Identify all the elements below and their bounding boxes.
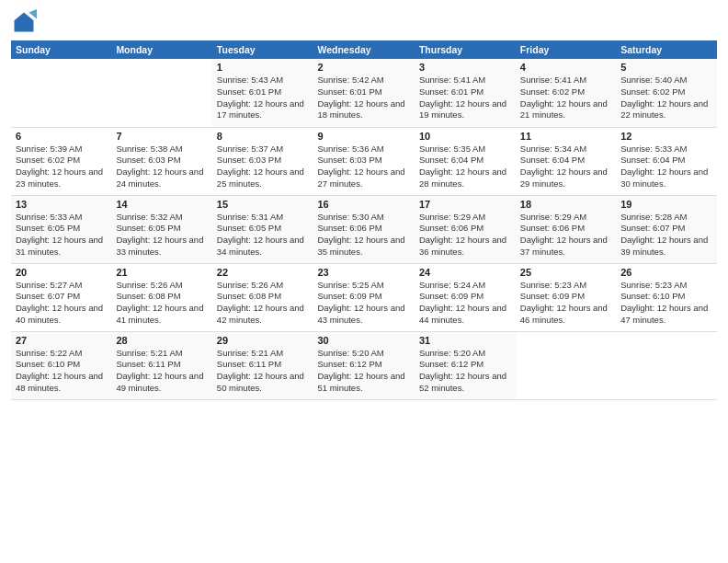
calendar-cell: 13 Sunrise: 5:33 AMSunset: 6:05 PMDaylig…: [11, 195, 111, 263]
calendar-cell: [11, 59, 111, 127]
calendar-cell: 11 Sunrise: 5:34 AMSunset: 6:04 PMDaylig…: [516, 127, 616, 195]
day-info: Sunrise: 5:39 AMSunset: 6:02 PMDaylight:…: [16, 144, 103, 189]
day-number: 25: [520, 267, 611, 278]
day-number: 23: [317, 267, 410, 278]
svg-marker-0: [15, 13, 34, 32]
day-info: Sunrise: 5:31 AMSunset: 6:05 PMDaylight:…: [217, 212, 304, 257]
day-info: Sunrise: 5:32 AMSunset: 6:05 PMDaylight:…: [116, 212, 203, 257]
calendar-week-row: 27 Sunrise: 5:22 AMSunset: 6:10 PMDaylig…: [11, 331, 717, 399]
calendar-cell: 8 Sunrise: 5:37 AMSunset: 6:03 PMDayligh…: [212, 127, 313, 195]
calendar-cell: 26 Sunrise: 5:23 AMSunset: 6:10 PMDaylig…: [616, 263, 717, 331]
day-info: Sunrise: 5:23 AMSunset: 6:09 PMDaylight:…: [520, 280, 608, 325]
col-sunday: Sunday: [11, 40, 111, 59]
day-number: 28: [116, 335, 207, 346]
calendar-table: Sunday Monday Tuesday Wednesday Thursday…: [11, 40, 717, 400]
day-info: Sunrise: 5:21 AMSunset: 6:11 PMDaylight:…: [217, 348, 304, 393]
day-info: Sunrise: 5:22 AMSunset: 6:10 PMDaylight:…: [16, 348, 103, 393]
day-number: 16: [317, 199, 410, 210]
calendar-cell: 6 Sunrise: 5:39 AMSunset: 6:02 PMDayligh…: [11, 127, 111, 195]
col-wednesday: Wednesday: [313, 40, 415, 59]
calendar-cell: 19 Sunrise: 5:28 AMSunset: 6:07 PMDaylig…: [616, 195, 717, 263]
day-number: 17: [419, 199, 511, 210]
calendar-cell: 18 Sunrise: 5:29 AMSunset: 6:06 PMDaylig…: [516, 195, 616, 263]
day-number: 13: [16, 199, 107, 210]
day-number: 3: [419, 62, 511, 73]
calendar-week-row: 6 Sunrise: 5:39 AMSunset: 6:02 PMDayligh…: [11, 127, 717, 195]
day-number: 5: [620, 62, 712, 73]
day-number: 24: [419, 267, 511, 278]
day-info: Sunrise: 5:29 AMSunset: 6:06 PMDaylight:…: [520, 212, 608, 257]
calendar-cell: [616, 331, 717, 399]
day-number: 30: [317, 335, 410, 346]
day-info: Sunrise: 5:23 AMSunset: 6:10 PMDaylight:…: [620, 280, 708, 325]
day-info: Sunrise: 5:26 AMSunset: 6:08 PMDaylight:…: [116, 280, 203, 325]
calendar-cell: 2 Sunrise: 5:42 AMSunset: 6:01 PMDayligh…: [313, 59, 415, 127]
calendar-cell: 5 Sunrise: 5:40 AMSunset: 6:02 PMDayligh…: [616, 59, 717, 127]
logo-icon: [11, 9, 37, 35]
day-info: Sunrise: 5:41 AMSunset: 6:01 PMDaylight:…: [419, 75, 506, 120]
page: Sunday Monday Tuesday Wednesday Thursday…: [0, 0, 728, 563]
day-number: 7: [116, 131, 207, 142]
day-number: 20: [16, 267, 107, 278]
day-number: 1: [217, 62, 309, 73]
day-info: Sunrise: 5:42 AMSunset: 6:01 PMDaylight:…: [317, 75, 404, 120]
calendar-cell: 21 Sunrise: 5:26 AMSunset: 6:08 PMDaylig…: [111, 263, 211, 331]
calendar-cell: 30 Sunrise: 5:20 AMSunset: 6:12 PMDaylig…: [313, 331, 415, 399]
calendar-cell: 20 Sunrise: 5:27 AMSunset: 6:07 PMDaylig…: [11, 263, 111, 331]
day-info: Sunrise: 5:40 AMSunset: 6:02 PMDaylight:…: [620, 75, 708, 120]
day-number: 15: [217, 199, 309, 210]
calendar-cell: 22 Sunrise: 5:26 AMSunset: 6:08 PMDaylig…: [212, 263, 313, 331]
calendar-cell: 14 Sunrise: 5:32 AMSunset: 6:05 PMDaylig…: [111, 195, 211, 263]
calendar-cell: 3 Sunrise: 5:41 AMSunset: 6:01 PMDayligh…: [415, 59, 516, 127]
calendar-cell: 31 Sunrise: 5:20 AMSunset: 6:12 PMDaylig…: [415, 331, 516, 399]
day-number: 19: [620, 199, 712, 210]
day-info: Sunrise: 5:37 AMSunset: 6:03 PMDaylight:…: [217, 144, 304, 189]
day-info: Sunrise: 5:41 AMSunset: 6:02 PMDaylight:…: [520, 75, 608, 120]
day-number: 29: [217, 335, 309, 346]
col-monday: Monday: [111, 40, 211, 59]
day-number: 14: [116, 199, 207, 210]
day-info: Sunrise: 5:30 AMSunset: 6:06 PMDaylight:…: [317, 212, 404, 257]
calendar-cell: 9 Sunrise: 5:36 AMSunset: 6:03 PMDayligh…: [313, 127, 415, 195]
day-info: Sunrise: 5:33 AMSunset: 6:05 PMDaylight:…: [16, 212, 103, 257]
calendar-cell: 15 Sunrise: 5:31 AMSunset: 6:05 PMDaylig…: [212, 195, 313, 263]
calendar-week-row: 20 Sunrise: 5:27 AMSunset: 6:07 PMDaylig…: [11, 263, 717, 331]
calendar-cell: 28 Sunrise: 5:21 AMSunset: 6:11 PMDaylig…: [111, 331, 211, 399]
calendar-cell: 25 Sunrise: 5:23 AMSunset: 6:09 PMDaylig…: [516, 263, 616, 331]
day-info: Sunrise: 5:36 AMSunset: 6:03 PMDaylight:…: [317, 144, 404, 189]
day-info: Sunrise: 5:27 AMSunset: 6:07 PMDaylight:…: [16, 280, 103, 325]
day-info: Sunrise: 5:26 AMSunset: 6:08 PMDaylight:…: [217, 280, 304, 325]
calendar-cell: 29 Sunrise: 5:21 AMSunset: 6:11 PMDaylig…: [212, 331, 313, 399]
calendar-cell: [516, 331, 616, 399]
calendar-cell: 1 Sunrise: 5:43 AMSunset: 6:01 PMDayligh…: [212, 59, 313, 127]
day-number: 18: [520, 199, 611, 210]
day-number: 6: [16, 131, 107, 142]
calendar-cell: 24 Sunrise: 5:24 AMSunset: 6:09 PMDaylig…: [415, 263, 516, 331]
day-number: 10: [419, 131, 511, 142]
calendar-cell: 27 Sunrise: 5:22 AMSunset: 6:10 PMDaylig…: [11, 331, 111, 399]
logo: [11, 9, 40, 35]
calendar-cell: 16 Sunrise: 5:30 AMSunset: 6:06 PMDaylig…: [313, 195, 415, 263]
day-number: 4: [520, 62, 611, 73]
calendar-cell: [111, 59, 211, 127]
day-info: Sunrise: 5:38 AMSunset: 6:03 PMDaylight:…: [116, 144, 203, 189]
col-friday: Friday: [516, 40, 616, 59]
day-number: 31: [419, 335, 511, 346]
day-info: Sunrise: 5:20 AMSunset: 6:12 PMDaylight:…: [419, 348, 506, 393]
day-number: 2: [317, 62, 410, 73]
day-info: Sunrise: 5:21 AMSunset: 6:11 PMDaylight:…: [116, 348, 203, 393]
calendar-cell: 23 Sunrise: 5:25 AMSunset: 6:09 PMDaylig…: [313, 263, 415, 331]
header-row: Sunday Monday Tuesday Wednesday Thursday…: [11, 40, 717, 59]
col-saturday: Saturday: [616, 40, 717, 59]
day-info: Sunrise: 5:34 AMSunset: 6:04 PMDaylight:…: [520, 144, 608, 189]
day-number: 21: [116, 267, 207, 278]
calendar-cell: 4 Sunrise: 5:41 AMSunset: 6:02 PMDayligh…: [516, 59, 616, 127]
day-number: 22: [217, 267, 309, 278]
calendar-week-row: 13 Sunrise: 5:33 AMSunset: 6:05 PMDaylig…: [11, 195, 717, 263]
col-thursday: Thursday: [415, 40, 516, 59]
day-info: Sunrise: 5:20 AMSunset: 6:12 PMDaylight:…: [317, 348, 404, 393]
day-number: 9: [317, 131, 410, 142]
day-info: Sunrise: 5:25 AMSunset: 6:09 PMDaylight:…: [317, 280, 404, 325]
day-info: Sunrise: 5:35 AMSunset: 6:04 PMDaylight:…: [419, 144, 506, 189]
day-info: Sunrise: 5:29 AMSunset: 6:06 PMDaylight:…: [419, 212, 506, 257]
